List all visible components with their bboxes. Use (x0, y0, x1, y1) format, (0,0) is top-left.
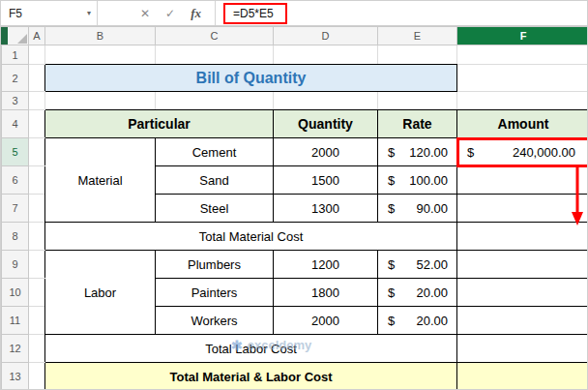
col-header-F-selected[interactable]: F (457, 27, 588, 45)
cell-A12[interactable] (29, 335, 45, 363)
cell-B5-material-group[interactable]: Material (45, 138, 156, 223)
row-header-5[interactable]: 5 (2, 138, 29, 166)
cell-D10[interactable]: 1800 (274, 279, 378, 307)
row-header-4[interactable]: 4 (2, 110, 29, 138)
row-12: 12 Total Labor Cost (2, 335, 588, 363)
cell-A2[interactable] (29, 65, 45, 92)
row-header-1[interactable]: 1 (2, 45, 29, 65)
cell-E1[interactable] (378, 45, 457, 65)
cell-E9[interactable]: $52.00 (378, 251, 457, 279)
row-header-13[interactable]: 13 (2, 363, 29, 390)
currency-symbol: $ (388, 314, 395, 328)
col-header-A[interactable]: A (29, 27, 45, 45)
col-header-D[interactable]: D (274, 27, 378, 45)
cell-A7[interactable] (29, 195, 45, 223)
cell-D6[interactable]: 1500 (274, 166, 378, 195)
cell-A11[interactable] (29, 307, 45, 335)
formula-input[interactable]: =D5*E5 (216, 1, 587, 25)
row-header-3[interactable]: 3 (2, 92, 29, 110)
row-header-12[interactable]: 12 (2, 335, 29, 363)
cell-F10[interactable] (457, 279, 588, 307)
cell-D9[interactable]: 1200 (274, 251, 378, 279)
cell-F1[interactable] (457, 45, 588, 65)
cell-C6[interactable]: Sand (156, 166, 274, 195)
cell-F13[interactable] (457, 363, 588, 390)
enter-icon[interactable]: ✓ (165, 7, 175, 20)
header-rate[interactable]: Rate (378, 110, 457, 138)
cell-F5-selected[interactable]: $240,000.00 (457, 138, 588, 166)
cell-F11[interactable] (457, 307, 588, 335)
currency-symbol: $ (388, 173, 395, 188)
cell-A1[interactable] (29, 45, 45, 65)
row-header-6[interactable]: 6 (2, 166, 29, 195)
header-particular[interactable]: Particular (45, 110, 274, 138)
cell-F6[interactable] (457, 166, 588, 195)
cell-D3[interactable] (274, 92, 378, 110)
cell-B1[interactable] (45, 45, 156, 65)
cell-B9-labor-group[interactable]: Labor (45, 251, 156, 335)
corner-accent (1, 27, 8, 45)
row-header-10[interactable]: 10 (2, 279, 29, 307)
cell-C10[interactable]: Painters (156, 279, 274, 307)
currency-symbol: $ (388, 201, 395, 216)
insert-function-icon[interactable]: fx (191, 6, 201, 21)
rate-value: 90.00 (416, 201, 448, 216)
cell-F2[interactable] (457, 65, 588, 92)
row-2: 2 Bill of Quantity (2, 65, 588, 92)
currency-symbol: $ (388, 285, 395, 300)
col-header-E[interactable]: E (378, 27, 457, 45)
rate-value: 20.00 (416, 314, 448, 328)
cell-C3[interactable] (156, 92, 274, 110)
cell-C1[interactable] (156, 45, 274, 65)
cell-A3[interactable] (29, 92, 45, 110)
cell-F8[interactable] (457, 223, 588, 251)
cell-C5[interactable]: Cement (156, 138, 274, 166)
cell-F3[interactable] (457, 92, 588, 110)
row-header-9[interactable]: 9 (2, 251, 29, 279)
col-header-B[interactable]: B (45, 27, 156, 45)
cell-A5[interactable] (29, 138, 45, 166)
row-header-8[interactable]: 8 (2, 223, 29, 251)
cell-A13[interactable] (29, 363, 45, 390)
cell-D1[interactable] (274, 45, 378, 65)
spreadsheet-grid: A B C D E F 1 2 Bill of Quantity 3 (1, 26, 588, 390)
cell-A6[interactable] (29, 166, 45, 195)
cell-D7[interactable]: 1300 (274, 195, 378, 223)
cell-D11[interactable]: 2000 (274, 307, 378, 335)
currency-symbol: $ (467, 145, 474, 160)
cell-F9[interactable] (457, 251, 588, 279)
cell-E5[interactable]: $120.00 (378, 138, 457, 166)
cell-F12[interactable] (457, 335, 588, 363)
cell-F7[interactable] (457, 195, 588, 223)
row-header-11[interactable]: 11 (2, 307, 29, 335)
sheet-title[interactable]: Bill of Quantity (45, 65, 457, 92)
cell-C7[interactable]: Steel (156, 195, 274, 223)
cell-A8[interactable] (29, 223, 45, 251)
row-header-2[interactable]: 2 (2, 65, 29, 92)
cell-E11[interactable]: $20.00 (378, 307, 457, 335)
name-box[interactable]: F5 ▾ (1, 1, 98, 25)
cancel-icon[interactable]: ✕ (140, 7, 150, 20)
name-box-dropdown-icon: ▾ (87, 9, 91, 17)
cell-C11[interactable]: Workers (156, 307, 274, 335)
total-labor-cost-label[interactable]: Total Labor Cost (45, 335, 457, 363)
cell-E6[interactable]: $100.00 (378, 166, 457, 195)
excel-window: F5 ▾ ✕ ✓ fx =D5*E5 A B C D E F (0, 0, 588, 390)
row-header-7[interactable]: 7 (2, 195, 29, 223)
cell-D5[interactable]: 2000 (274, 138, 378, 166)
cell-E10[interactable]: $20.00 (378, 279, 457, 307)
cell-E3[interactable] (378, 92, 457, 110)
formula-value: =D5*E5 (223, 3, 287, 24)
cell-E7[interactable]: $90.00 (378, 195, 457, 223)
col-header-C[interactable]: C (156, 27, 274, 45)
grand-total-label[interactable]: Total Material & Labor Cost (45, 363, 457, 390)
cell-B3[interactable] (45, 92, 156, 110)
cell-A4[interactable] (29, 110, 45, 138)
cell-A10[interactable] (29, 279, 45, 307)
cell-C9[interactable]: Plumbers (156, 251, 274, 279)
header-quantity[interactable]: Quantity (274, 110, 378, 138)
header-amount[interactable]: Amount (457, 110, 588, 138)
total-material-cost-label[interactable]: Total Material Cost (45, 223, 457, 251)
cell-A9[interactable] (29, 251, 45, 279)
row-13: 13 Total Material & Labor Cost (2, 363, 588, 390)
